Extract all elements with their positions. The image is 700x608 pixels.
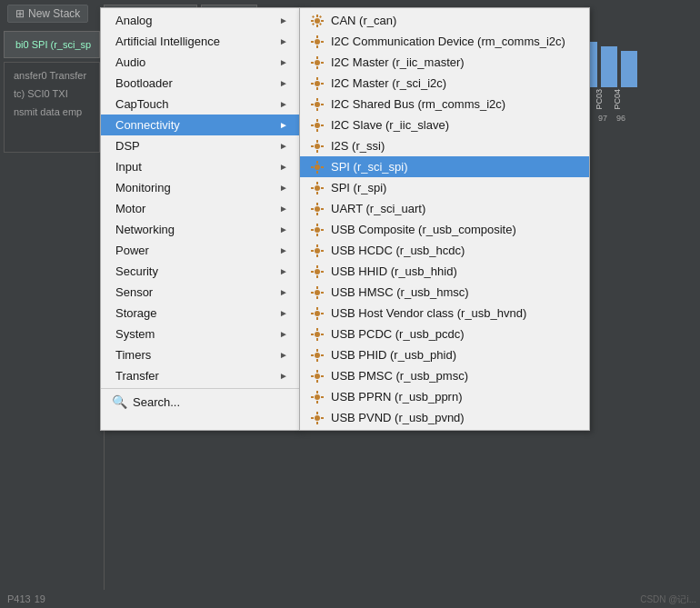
menu-item-audio[interactable]: Audio ► [101,52,299,73]
component-icon-usb-composite [311,224,324,236]
menu-item2-usb-phid-label: USB PHID (r_usb_phid) [331,348,456,362]
menu-item-monitoring[interactable]: Monitoring ► [101,177,299,198]
svg-rect-23 [321,83,324,85]
svg-point-34 [315,144,320,149]
svg-rect-8 [319,23,322,25]
menu-item-networking[interactable]: Networking ► [101,219,299,240]
menu-arrow-connectivity: ► [279,120,288,130]
svg-rect-16 [316,66,318,69]
component-icon-usb-hhid [311,265,324,278]
svg-rect-75 [316,307,318,310]
menu-item2-spi[interactable]: SPI (r_spi) [300,177,589,198]
left-panel: bi0 SPI (r_sci_sp ansfer0 Transfer tc) S… [0,27,105,608]
svg-point-74 [315,311,320,316]
menu-item2-i2c-shared[interactable]: I2C Shared Bus (rm_comms_i2c) [300,94,589,115]
menu-item2-spi-sci[interactable]: SPI (r_sci_spi) [300,156,589,177]
menu-separator [101,388,299,389]
menu-item2-usb-hcdc[interactable]: USB HCDC (r_usb_hcdc) [300,240,589,261]
menu-item2-i2c-master-sci[interactable]: I2C Master (r_sci_i2c) [300,73,589,94]
svg-rect-101 [316,422,318,424]
new-stack-button[interactable]: ⊞ New Stack [7,5,88,23]
menu-item2-usb-composite[interactable]: USB Composite (r_usb_composite) [300,219,589,240]
menu-item-bootloader[interactable]: Bootloader ► [101,73,299,94]
menu-item2-i2c-slave[interactable]: I2C Slave (r_iic_slave) [300,115,589,135]
svg-rect-27 [311,104,314,105]
menu-item-connectivity[interactable]: Connectivity ► [101,115,299,135]
menu-item2-usb-hmsc[interactable]: USB HMSC (r_usb_hmsc) [300,282,589,303]
svg-rect-2 [316,25,318,27]
bottom-number: 19 [35,593,45,604]
menu-item-power[interactable]: Power ► [101,240,299,261]
svg-point-84 [315,353,320,358]
component-icon-usb-pprn [311,391,324,404]
menu-arrow-timers: ► [279,350,288,360]
menu-item-motor[interactable]: Motor ► [101,198,299,219]
transfer-text: ansfer0 Transfer [8,66,95,85]
menu-item-storage[interactable]: Storage ► [101,303,299,324]
svg-rect-72 [311,292,314,294]
menu-item-security[interactable]: Security ► [101,261,299,282]
menu-arrow-transfer: ► [279,371,288,381]
search-icon: 🔍 [112,394,127,409]
menu-arrow-captouch: ► [279,99,288,109]
menu-item2-i2c-master-iic[interactable]: I2C Master (r_iic_master) [300,52,589,73]
menu-item2-uart-label: UART (r_sci_uart) [331,202,425,215]
menu-arrow-storage: ► [279,308,288,318]
svg-rect-11 [316,45,318,48]
menu-item2-usb-hvnd[interactable]: USB Host Vendor class (r_usb_hvnd) [300,303,589,324]
menu-item2-usb-pprn[interactable]: USB PPRN (r_usb_pprn) [300,386,589,407]
svg-rect-32 [311,125,314,126]
menu-item2-usb-phid[interactable]: USB PHID (r_usb_phid) [300,344,589,365]
menu-item-system[interactable]: System ► [101,324,299,344]
component-icon-spi-sci [311,161,324,174]
svg-rect-61 [316,254,318,257]
menu-item-dsp[interactable]: DSP ► [101,135,299,156]
menu-item-timers[interactable]: Timers ► [101,344,299,365]
svg-rect-93 [321,375,324,377]
svg-rect-53 [321,208,324,210]
menu-item-transfer-label: Transfer [115,369,159,383]
menu-item2-can[interactable]: CAN (r_can) [300,10,589,31]
svg-rect-17 [311,62,314,64]
menu-item2-i2s[interactable]: I2S (r_ssi) [300,135,589,156]
menu-item-input[interactable]: Input ► [101,156,299,177]
watermark: CSDN @记i... [640,593,696,606]
menu-item2-usb-hhid[interactable]: USB HHID (r_usb_hhid) [300,261,589,282]
component-icon-spi [311,182,324,194]
menu-item2-usb-pcdc[interactable]: USB PCDC (r_usb_pcdc) [300,324,589,344]
menu-item-sensor[interactable]: Sensor ► [101,282,299,303]
menu-arrow-power: ► [279,245,288,255]
svg-rect-78 [321,313,324,314]
menu-arrow-security: ► [279,266,288,276]
menu-item-transfer[interactable]: Transfer ► [101,365,299,386]
menu-level2-connectivity: CAN (r_can) I2C Communication Device (rm… [299,7,590,431]
svg-point-64 [315,269,320,274]
new-stack-label: New Stack [28,7,80,20]
menu-item-bootloader-label: Bootloader [115,76,173,90]
menu-item-analog[interactable]: Analog ► [101,10,299,31]
svg-rect-33 [321,125,324,126]
svg-rect-20 [316,77,318,80]
svg-rect-35 [316,140,318,143]
menu-item2-usb-pvnd[interactable]: USB PVND (r_usb_pvnd) [300,407,589,428]
menu-item2-uart[interactable]: UART (r_sci_uart) [300,198,589,219]
menu-item-storage-label: Storage [115,306,157,320]
menu-item-ai[interactable]: Artificial Intelligence ► [101,31,299,52]
svg-point-89 [315,374,320,379]
svg-rect-10 [316,35,318,38]
menu-arrow-audio: ► [279,57,288,67]
pin-num-96: 96 [613,114,629,123]
svg-rect-3 [311,20,314,22]
menu-item2-i2c-comms[interactable]: I2C Communication Device (rm_comms_i2c) [300,31,589,52]
svg-rect-88 [321,354,324,356]
svg-rect-68 [321,271,324,273]
svg-rect-15 [316,56,318,59]
menu-item-captouch[interactable]: CapTouch ► [101,94,299,115]
svg-rect-45 [316,182,318,184]
component-icon-i2c-master-sci [311,77,324,90]
menu-item2-usb-pmsc[interactable]: USB PMSC (r_usb_pmsc) [300,365,589,386]
svg-rect-66 [316,275,318,278]
pin-label-pc03: PC03 [595,89,611,110]
component-icon-i2c-comms [311,35,324,48]
menu-search-item[interactable]: 🔍 Search... [101,391,299,413]
